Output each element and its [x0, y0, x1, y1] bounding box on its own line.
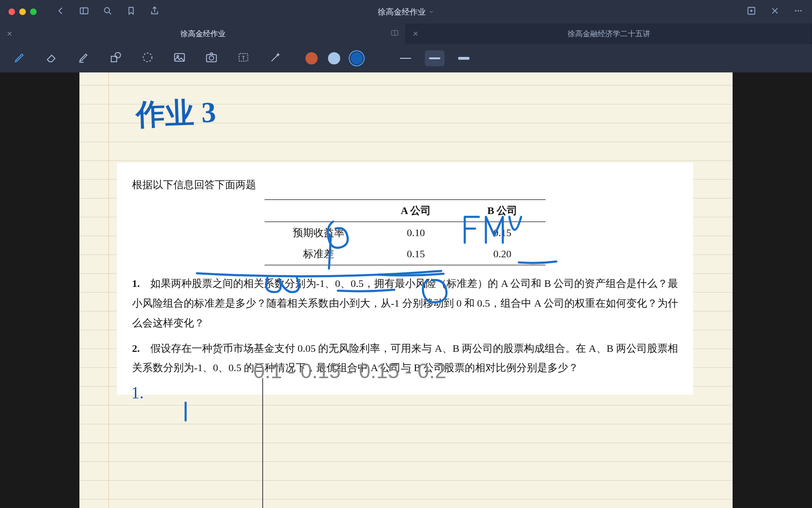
- editor-toolbar: T: [0, 44, 812, 72]
- data-table: A 公司 B 公司 预期收益率 0.10 0.15 标准差 0.15 0.20: [265, 199, 546, 265]
- margin-line: [109, 72, 109, 508]
- lasso-tool-icon[interactable]: [141, 51, 154, 66]
- back-icon[interactable]: [55, 6, 66, 18]
- handwritten-title: 作业 3: [135, 92, 217, 135]
- pen-vertical-stroke: [253, 378, 272, 508]
- minimize-window-button[interactable]: [19, 8, 26, 15]
- svg-rect-0: [80, 8, 88, 14]
- document-title[interactable]: 徐高金经作业: [378, 7, 434, 17]
- svg-point-10: [798, 10, 799, 12]
- bookmark-icon[interactable]: [126, 6, 136, 18]
- chevron-down-icon: [429, 9, 434, 15]
- svg-point-16: [115, 53, 121, 58]
- eraser-tool-icon[interactable]: [45, 51, 58, 66]
- th-blank: [265, 199, 373, 222]
- question-1: 1. 如果两种股票之间的相关系数分别为-1、0、0.5，拥有最小风险（标准差）的…: [132, 274, 678, 333]
- camera-tool-icon[interactable]: [205, 51, 218, 66]
- note-page: 作业 3 根据以下信息回答下面两题 A 公司 B 公司 预期收益率 0.10 0…: [79, 72, 733, 508]
- pen-tool-icon[interactable]: [13, 51, 26, 66]
- tab-label: 徐高金融经济学二十五讲: [568, 29, 650, 39]
- close-window-button[interactable]: [8, 8, 15, 15]
- th-a: A 公司: [373, 199, 459, 222]
- thickness-picker: [396, 50, 474, 66]
- tab-bar: ✕ 徐高金经作业 ✕ 徐高金融经济学二十五讲: [0, 24, 812, 44]
- svg-point-11: [800, 10, 802, 12]
- new-note-icon[interactable]: [746, 6, 757, 18]
- share-icon[interactable]: [149, 6, 160, 18]
- more-icon[interactable]: [793, 6, 804, 18]
- search-icon[interactable]: [102, 6, 113, 18]
- svg-line-3: [109, 12, 111, 15]
- fullscreen-window-button[interactable]: [30, 8, 37, 15]
- document-title-text: 徐高金经作业: [378, 7, 426, 17]
- split-view-icon[interactable]: [390, 29, 399, 39]
- overlay-numbers: 0.1 - 0.15 - 0.15 - 0.2: [253, 359, 446, 383]
- sidebar-toggle-icon[interactable]: [79, 6, 89, 18]
- svg-text:T: T: [242, 55, 245, 61]
- close-icon[interactable]: [770, 6, 780, 18]
- table-row: 标准差 0.15 0.20: [265, 243, 546, 265]
- tab-close-icon[interactable]: ✕: [7, 30, 13, 38]
- thickness-thin[interactable]: [396, 50, 415, 66]
- pen-small-stroke: [181, 402, 190, 425]
- svg-point-21: [209, 56, 213, 60]
- titlebar: 徐高金经作业: [0, 0, 812, 24]
- tab-close-icon[interactable]: ✕: [413, 30, 419, 38]
- handwritten-list-1: 1.: [131, 383, 144, 403]
- thickness-medium[interactable]: [425, 50, 445, 66]
- window-controls: [8, 8, 37, 15]
- canvas[interactable]: 作业 3 根据以下信息回答下面两题 A 公司 B 公司 预期收益率 0.10 0…: [0, 72, 812, 508]
- color-swatch-2[interactable]: [328, 52, 340, 64]
- thickness-thick[interactable]: [454, 50, 474, 66]
- table-row: 预期收益率 0.10 0.15: [265, 222, 546, 243]
- tab-2[interactable]: ✕ 徐高金融经济学二十五讲: [406, 24, 812, 44]
- intro-text: 根据以下信息回答下面两题: [132, 175, 678, 195]
- svg-point-9: [795, 10, 796, 12]
- tab-1[interactable]: ✕ 徐高金经作业: [0, 24, 406, 44]
- th-b: B 公司: [459, 199, 546, 222]
- shapes-tool-icon[interactable]: [109, 51, 122, 66]
- text-tool-icon[interactable]: T: [237, 51, 250, 66]
- svg-point-2: [104, 8, 109, 13]
- magic-tool-icon[interactable]: [269, 51, 282, 66]
- color-swatch-3[interactable]: [351, 52, 363, 64]
- highlighter-tool-icon[interactable]: [77, 51, 90, 66]
- image-tool-icon[interactable]: [173, 51, 186, 66]
- svg-point-17: [143, 53, 152, 62]
- tab-label: 徐高金经作业: [180, 29, 226, 39]
- color-swatch-1[interactable]: [305, 52, 318, 64]
- color-picker: [305, 52, 363, 64]
